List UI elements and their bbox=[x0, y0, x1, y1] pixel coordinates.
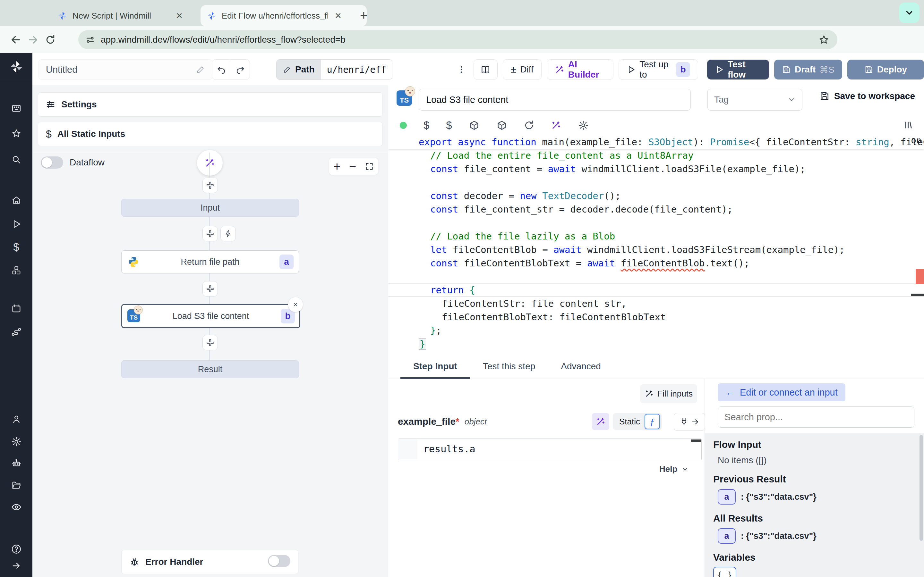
variables-pill[interactable]: {...} bbox=[713, 567, 736, 577]
flow-settings-button[interactable]: Settings bbox=[38, 92, 383, 117]
tab-search-chevron-button[interactable] bbox=[899, 3, 919, 23]
bookmark-star-icon[interactable] bbox=[819, 35, 829, 45]
fill-inputs-button[interactable]: Fill inputs bbox=[640, 384, 697, 403]
undo-button[interactable] bbox=[212, 60, 231, 79]
canvas-zoom-controls: + − bbox=[329, 158, 378, 175]
sidebar-item-flows[interactable] bbox=[0, 323, 32, 341]
zoom-in-icon[interactable]: + bbox=[333, 160, 341, 173]
new-tab-button[interactable]: + bbox=[360, 9, 367, 22]
error-handler-row[interactable]: Error Handler bbox=[121, 550, 298, 574]
reload-icon[interactable] bbox=[42, 31, 59, 48]
input-mode-segmented-control[interactable]: Static ƒ bbox=[613, 413, 662, 430]
forward-icon[interactable] bbox=[24, 31, 42, 48]
static-inputs-dollar-icon[interactable]: $ bbox=[423, 119, 429, 131]
sidebar-item-workspace[interactable] bbox=[0, 99, 32, 117]
tag-select[interactable]: Tag bbox=[708, 89, 803, 111]
expand-sidebar-icon[interactable] bbox=[0, 557, 32, 575]
address-bar[interactable]: app.windmill.dev/flows/edit/u/henri/effo… bbox=[78, 30, 837, 49]
diff-button[interactable]: ± Diff bbox=[503, 59, 541, 80]
help-toggle[interactable]: Help bbox=[659, 464, 689, 474]
sidebar-item-folders[interactable] bbox=[0, 476, 32, 494]
edit-or-connect-label: Edit or connect an input bbox=[740, 387, 838, 398]
all-static-inputs-button[interactable]: $ All Static Inputs bbox=[38, 122, 383, 146]
add-step-button[interactable] bbox=[202, 226, 218, 242]
add-step-button[interactable] bbox=[202, 281, 218, 297]
browser-tab-2-active[interactable]: Edit Flow u/henri/effortless_fl ✕ bbox=[200, 5, 367, 26]
sidebar-item-runs[interactable] bbox=[0, 215, 32, 233]
gear-icon[interactable] bbox=[578, 120, 589, 131]
add-step-button[interactable] bbox=[202, 177, 218, 193]
flow-node-result[interactable]: Result bbox=[121, 360, 299, 378]
test-up-to-button[interactable]: Test up to b bbox=[619, 59, 698, 80]
save-to-workspace-button[interactable]: Save to workspace bbox=[819, 91, 915, 101]
flow-node-step-a[interactable]: Return file path a bbox=[121, 250, 299, 274]
magic-wand-icon[interactable] bbox=[551, 120, 561, 131]
edit-or-connect-button[interactable]: ← Edit or connect an input bbox=[718, 384, 845, 401]
javascript-expression-mode-icon[interactable]: ƒ bbox=[645, 414, 660, 429]
magic-wand-icon bbox=[645, 389, 654, 398]
connect-input-button[interactable] bbox=[674, 413, 705, 431]
browser-tab-1[interactable]: New Script | Windmill ✕ bbox=[51, 5, 208, 26]
required-asterisk: * bbox=[456, 416, 459, 427]
package-icon[interactable] bbox=[496, 120, 507, 131]
result-key-pill[interactable]: a bbox=[718, 528, 736, 544]
flow-node-input[interactable]: Input bbox=[121, 199, 299, 217]
docs-book-button[interactable] bbox=[473, 59, 498, 80]
package-icon[interactable] bbox=[469, 120, 480, 131]
expression-editor[interactable]: results.a bbox=[398, 438, 702, 460]
step-name-input[interactable] bbox=[419, 89, 691, 111]
flow-input-empty: No items ([]) bbox=[718, 455, 924, 466]
mini-scrollbar[interactable] bbox=[691, 440, 701, 442]
add-step-button[interactable] bbox=[202, 335, 218, 350]
sidebar-item-variables[interactable]: $ bbox=[0, 238, 32, 256]
sidebar-item-favorites[interactable] bbox=[0, 125, 32, 143]
zoom-out-icon[interactable]: − bbox=[349, 160, 356, 173]
ai-builder-button[interactable]: AI Builder bbox=[547, 59, 614, 80]
sidebar-item-workers[interactable] bbox=[0, 455, 32, 472]
history-versions-icon[interactable] bbox=[903, 119, 914, 131]
result-value[interactable]: : {"s3":"data.csv"} bbox=[741, 531, 817, 541]
close-tab-icon[interactable]: ✕ bbox=[174, 11, 185, 21]
site-settings-icon[interactable] bbox=[86, 35, 95, 45]
path-button[interactable]: Path u/henri/eff bbox=[276, 59, 393, 80]
more-options-kebab-icon[interactable] bbox=[454, 65, 468, 74]
test-flow-button[interactable]: Test flow bbox=[707, 60, 769, 79]
add-trigger-button[interactable] bbox=[220, 226, 236, 242]
redo-button[interactable] bbox=[231, 60, 250, 79]
variables-dollar-icon[interactable]: $ bbox=[446, 119, 452, 131]
flow-name-field[interactable]: Untitled bbox=[39, 59, 212, 80]
flow-node-step-b-selected[interactable]: TS Load S3 file content b bbox=[121, 304, 300, 328]
code-editor[interactable]: export async function main(example_file:… bbox=[388, 135, 924, 356]
result-key-pill[interactable]: a bbox=[718, 489, 736, 504]
scrollbar[interactable] bbox=[919, 435, 923, 541]
fit-view-icon[interactable] bbox=[365, 162, 374, 171]
sidebar-item-home[interactable] bbox=[0, 191, 32, 210]
sidebar-item-users[interactable] bbox=[0, 410, 32, 428]
deploy-button[interactable]: Deploy bbox=[847, 60, 924, 79]
static-mode-label[interactable]: Static bbox=[619, 417, 640, 427]
save-icon bbox=[864, 65, 873, 74]
draft-button[interactable]: Draft ⌘S bbox=[774, 60, 842, 79]
reload-icon[interactable] bbox=[524, 120, 534, 131]
sidebar-item-audit-logs[interactable] bbox=[0, 498, 32, 516]
error-handler-toggle[interactable] bbox=[268, 555, 290, 567]
result-value[interactable]: : {"s3":"data.csv"} bbox=[741, 492, 817, 502]
tab-step-input[interactable]: Step Input bbox=[401, 361, 470, 379]
tab-test-this-step[interactable]: Test this step bbox=[470, 361, 548, 379]
prop-search-input[interactable] bbox=[718, 406, 914, 428]
sidebar-item-settings[interactable] bbox=[0, 433, 32, 451]
ai-fill-wand-button[interactable] bbox=[592, 413, 609, 430]
tab-advanced[interactable]: Advanced bbox=[548, 361, 614, 379]
windmill-logo[interactable] bbox=[0, 53, 32, 81]
sidebar-item-schedules[interactable] bbox=[0, 300, 32, 318]
close-tab-icon[interactable]: ✕ bbox=[333, 11, 344, 21]
deploy-label: Deploy bbox=[877, 64, 907, 75]
remove-step-icon[interactable]: ✕ bbox=[288, 297, 303, 312]
back-icon[interactable] bbox=[7, 31, 24, 48]
sidebar-item-resources[interactable] bbox=[0, 261, 32, 279]
sidebar-item-help[interactable] bbox=[0, 540, 32, 558]
sidebar-item-search[interactable] bbox=[0, 151, 32, 169]
path-value-text: u/henri/eff bbox=[321, 60, 392, 79]
dataflow-toggle[interactable] bbox=[41, 156, 63, 169]
fill-inputs-label: Fill inputs bbox=[657, 389, 693, 399]
